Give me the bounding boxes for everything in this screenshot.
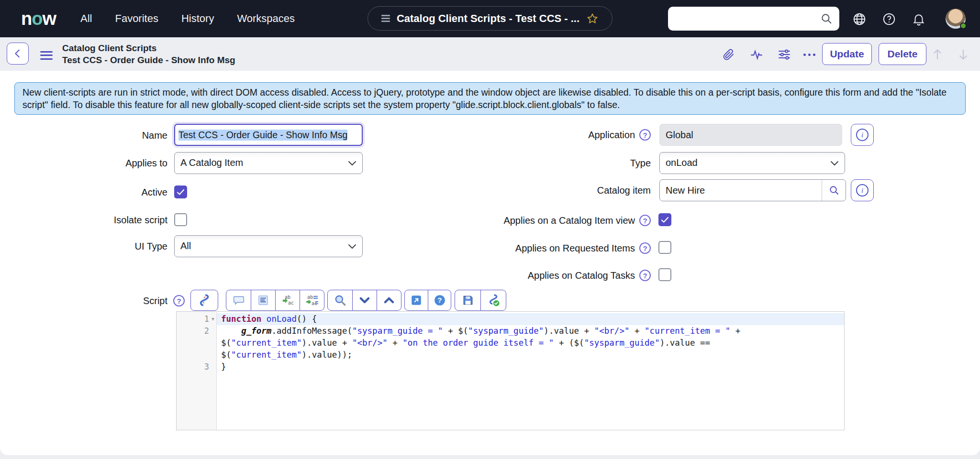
previous-record-arrow-icon[interactable]	[930, 47, 945, 62]
catalog-item-info-button[interactable]: i	[851, 179, 874, 201]
type-label-row: Type	[316, 158, 651, 169]
info-icon: i	[856, 184, 869, 197]
form-header: Catalog Client Scripts Test CCS - Order …	[0, 37, 980, 71]
script-label: Script	[29, 295, 167, 306]
record-titles: Catalog Client Scripts Test CCS - Order …	[62, 42, 235, 66]
applies-catalog-view-help-icon[interactable]: ?	[639, 215, 651, 226]
format-document-button[interactable]	[251, 290, 275, 310]
catalog-item-label-row: Catalog item	[316, 185, 651, 196]
notifications-bell-icon[interactable]	[910, 11, 927, 28]
record-type: Catalog Client Scripts	[62, 42, 235, 54]
svg-text:?: ?	[437, 296, 442, 304]
globe-icon[interactable]	[851, 11, 868, 28]
active-checkbox[interactable]	[174, 186, 187, 198]
more-options-icon[interactable]	[802, 47, 816, 62]
replace-all-button[interactable]: abac	[300, 290, 324, 310]
toolbar-group-syntax	[190, 290, 218, 311]
check-icon	[661, 217, 669, 223]
favorite-star-icon[interactable]	[586, 12, 599, 25]
nav-item-history[interactable]: History	[181, 12, 214, 25]
comment-code-button[interactable]	[226, 290, 251, 310]
presence-status-dot	[960, 22, 967, 29]
search-icon	[828, 185, 840, 196]
applies-requested-label-row: Applies on Requested Items ?	[316, 242, 651, 254]
toolbar-group-search	[327, 290, 401, 311]
application-help-icon[interactable]: ?	[639, 129, 651, 141]
open-in-new-window-button[interactable]	[405, 290, 428, 310]
applies-requested-checkbox[interactable]	[658, 241, 671, 254]
format-code-button[interactable]	[191, 290, 217, 310]
code-lines: 1▾function onLoad() {2 g_form.addInfoMes…	[177, 312, 844, 373]
application-label-row: Application ?	[316, 129, 651, 141]
search-code-button[interactable]	[328, 290, 352, 310]
personalize-form-sliders-icon[interactable]	[777, 47, 791, 62]
info-banner: New client-scripts are run in strict mod…	[14, 82, 966, 115]
current-page-pill[interactable]: Catalog Client Scripts - Test CCS - ...	[368, 6, 612, 31]
find-next-button[interactable]	[352, 290, 377, 310]
servicenow-logo[interactable]: now	[21, 9, 56, 29]
svg-text:ac: ac	[288, 300, 294, 306]
save-script-button[interactable]	[455, 290, 480, 310]
syntax-check-button[interactable]	[480, 290, 506, 310]
user-avatar[interactable]	[946, 9, 966, 29]
nav-item-all[interactable]: All	[80, 12, 92, 25]
chevron-down-icon	[830, 161, 839, 166]
toolbar-group-edit: abac abac	[226, 290, 324, 311]
replace-button[interactable]: abac	[275, 290, 300, 310]
nav-item-favorites[interactable]: Favorites	[115, 12, 158, 25]
script-code-editor[interactable]: 1▾function onLoad() {2 g_form.addInfoMes…	[176, 311, 845, 430]
applies-to-label: Applies to	[29, 158, 167, 169]
next-record-arrow-icon[interactable]	[956, 47, 970, 62]
search-icon[interactable]	[820, 12, 833, 25]
applies-catalog-view-label-row: Applies on a Catalog Item view ?	[316, 215, 651, 226]
chevron-left-icon	[12, 48, 23, 59]
isolate-script-checkbox[interactable]	[174, 213, 187, 226]
info-banner-text: New client-scripts are run in strict mod…	[22, 87, 947, 110]
application-field: Global	[659, 124, 842, 146]
type-select[interactable]: onLoad	[659, 152, 845, 174]
toolbar-group-window: ?	[404, 290, 451, 311]
record-title: Test CCS - Order Guide - Show Info Msg	[62, 54, 235, 66]
active-label: Active	[29, 187, 167, 198]
find-previous-button[interactable]	[377, 290, 401, 310]
update-button[interactable]: Update	[822, 43, 872, 65]
applies-catalog-view-checkbox[interactable]	[658, 213, 671, 226]
back-button[interactable]	[7, 43, 29, 65]
info-icon: i	[856, 129, 869, 141]
form-body: New client-scripts are run in strict mod…	[0, 71, 980, 455]
top-nav: now All Favorites History Workspaces Cat…	[0, 0, 980, 37]
isolate-script-label: Isolate script	[29, 215, 167, 226]
editor-help-button[interactable]: ?	[428, 290, 451, 310]
activity-pulse-icon[interactable]	[749, 47, 764, 62]
delete-button[interactable]: Delete	[879, 43, 926, 65]
attachment-paperclip-icon[interactable]	[722, 47, 736, 62]
application-reference-info-button[interactable]: i	[851, 124, 874, 146]
applies-tasks-label-row: Applies on Catalog Tasks ?	[316, 270, 651, 281]
name-label: Name	[29, 130, 167, 141]
page-title: Catalog Client Scripts - Test CCS - ...	[397, 12, 579, 25]
check-icon	[177, 189, 185, 196]
catalog-item-reference-field[interactable]: New Hire	[659, 179, 846, 201]
ui-type-label: UI Type	[29, 241, 167, 252]
script-help-icon[interactable]: ?	[173, 295, 185, 306]
nav-menu: All Favorites History Workspaces	[80, 0, 295, 37]
reference-lookup-button[interactable]	[822, 180, 846, 201]
help-icon[interactable]	[880, 11, 898, 28]
global-search-input[interactable]	[668, 7, 839, 31]
form-context-menu-icon[interactable]	[40, 49, 53, 62]
applies-tasks-help-icon[interactable]: ?	[639, 270, 651, 281]
list-icon	[381, 13, 390, 24]
applies-requested-help-icon[interactable]: ?	[639, 242, 651, 254]
applies-tasks-checkbox[interactable]	[658, 268, 671, 281]
nav-item-workspaces[interactable]: Workspaces	[237, 12, 295, 25]
toolbar-group-save	[455, 290, 506, 311]
svg-text:ab: ab	[307, 295, 313, 300]
